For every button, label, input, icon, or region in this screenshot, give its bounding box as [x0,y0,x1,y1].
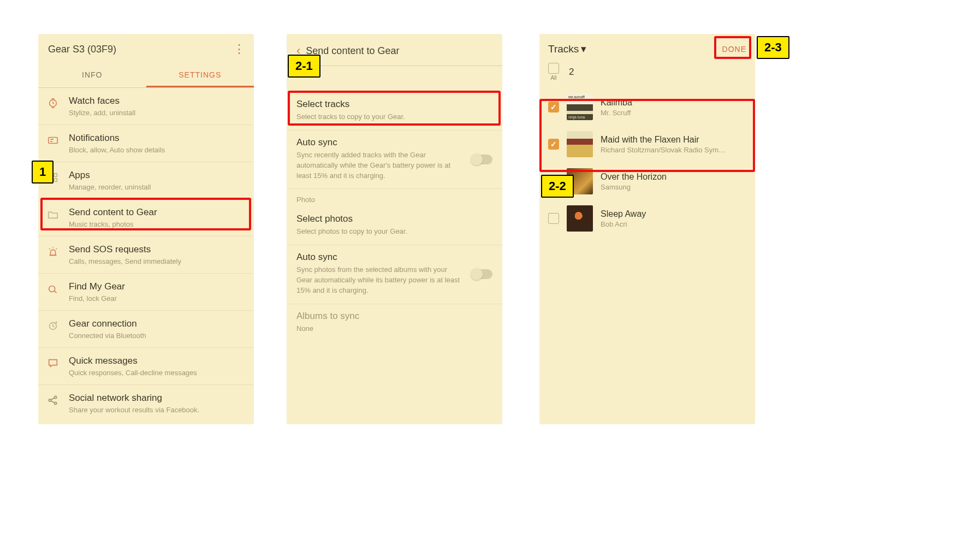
svg-rect-1 [49,138,58,144]
row-albums-to-sync[interactable]: Albums to sync None [287,304,502,342]
row-subtitle: Music tracks, photos [69,220,246,228]
row-title: Send SOS requests [69,244,246,255]
row-subtitle: Select photos to copy to your Gear. [296,227,460,237]
row-title: Apps [69,170,246,181]
track-artist: Mr. Scruff [601,109,632,117]
done-button[interactable]: DONE [722,45,746,54]
share-icon [47,394,59,406]
row-subtitle: None [296,324,460,334]
checkbox-track[interactable] [548,102,559,112]
track-row[interactable]: Sleep Away Bob Acri [539,200,755,237]
row-subtitle: Manage, reorder, uninstall [69,183,246,191]
toggle-auto-sync-tracks[interactable] [472,155,492,164]
chevron-down-icon: ▾ [581,43,586,55]
art-text: ninja tuna [567,114,593,120]
row-subtitle: Sync photos from the selected albums wit… [296,265,460,296]
row-quick-messages[interactable]: Quick messages Quick responses, Call-dec… [38,348,254,385]
row-subtitle: Connected via Bluetooth [69,331,246,340]
all-label: All [550,75,556,81]
row-title: Auto sync [296,252,492,263]
row-subtitle: Block, allow, Auto show details [69,146,246,154]
tab-settings[interactable]: SETTINGS [146,63,254,87]
row-subtitle: Share your workout results via Facebook. [69,406,246,414]
callout-2-1: 2-1 [288,55,320,78]
checkbox-track[interactable] [548,213,559,224]
track-title: Sleep Away [601,209,646,219]
row-title: Social network sharing [69,393,246,404]
row-title: Find My Gear [69,281,246,292]
row-title: Select tracks [296,99,492,110]
row-title: Watch faces [69,96,246,106]
row-title: Notifications [69,133,246,144]
device-name: Gear S3 (03F9) [48,44,116,55]
row-title: Auto sync [296,137,492,148]
row-select-photos[interactable]: Select photos Select photos to copy to y… [287,207,502,245]
row-subtitle: Sync recently added tracks with the Gear… [296,150,460,181]
connection-icon [47,320,59,332]
svg-rect-3 [54,174,57,177]
row-subtitle: Select tracks to copy to your Gear. [296,112,460,122]
row-apps[interactable]: Apps Manage, reorder, uninstall [38,162,254,199]
callout-1: 1 [32,161,54,183]
dropdown-label: Tracks [548,43,579,55]
row-title: Albums to sync [296,311,492,322]
screen-gear-settings: Gear S3 (03F9) ⋮ INFO SETTINGS Watch fac… [38,34,254,424]
tracks-header: Tracks ▾ DONE [539,34,755,61]
row-subtitle: Stylize, add, uninstall [69,109,246,117]
toggle-auto-sync-photos[interactable] [472,269,492,279]
track-artist: Richard Stoltzman/Slovak Radio Symp… [601,146,726,154]
row-connection[interactable]: Gear connection Connected via Bluetooth [38,311,254,348]
svg-point-8 [49,399,51,401]
tab-info[interactable]: INFO [38,63,146,87]
row-subtitle: Quick responses, Call-decline messages [69,369,246,377]
folder-icon [47,209,59,221]
tracks-dropdown[interactable]: Tracks ▾ [548,43,586,55]
screen-send-content: ‹ Send content to Gear Select tracks Sel… [287,34,502,424]
art-text: mr.scruff [567,94,593,100]
message-icon [47,357,59,369]
find-watch-icon [47,283,59,295]
overflow-menu-icon[interactable]: ⋮ [233,47,244,52]
callout-2-2: 2-2 [541,175,574,198]
screen-select-tracks: Tracks ▾ DONE All 2 mr.scruff ninja tuna… [539,34,755,424]
row-auto-sync-tracks[interactable]: Auto sync Sync recently added tracks wit… [287,131,502,189]
checkbox-all[interactable] [548,63,559,74]
siren-icon [47,246,59,258]
row-title: Quick messages [69,356,246,366]
svg-point-6 [49,286,55,292]
track-artist: Bob Acri [601,220,646,228]
row-title: Gear connection [69,318,246,329]
row-subtitle: Find, lock Gear [69,294,246,303]
track-title: Over the Horizon [601,172,667,182]
album-art [567,205,593,232]
row-social-sharing[interactable]: Social network sharing Share your workou… [38,385,254,422]
row-watch-faces[interactable]: Watch faces Stylize, add, uninstall [38,88,254,125]
checkbox-track[interactable] [548,139,559,150]
row-title: Select photos [296,214,492,224]
watch-icon [47,97,59,109]
track-title: Kalimba [601,98,632,108]
row-notifications[interactable]: Notifications Block, allow, Auto show de… [38,125,254,162]
track-title: Maid with the Flaxen Hair [601,135,726,145]
svg-rect-5 [54,179,57,182]
track-artist: Samsung [601,183,667,191]
row-auto-sync-photos[interactable]: Auto sync Sync photos from the selected … [287,245,502,304]
track-row[interactable]: mr.scruff ninja tuna Kalimba Mr. Scruff [539,88,755,126]
callout-2-3: 2-3 [757,36,789,59]
track-row[interactable]: Maid with the Flaxen Hair Richard Stoltz… [539,126,755,163]
row-send-content[interactable]: Send content to Gear Music tracks, photo… [38,199,254,236]
section-photo: Photo [287,189,502,207]
selected-count: 2 [569,67,574,78]
notification-icon [47,134,59,146]
row-sos[interactable]: Send SOS requests Calls, messages, Send … [38,236,254,274]
row-find-gear[interactable]: Find My Gear Find, lock Gear [38,274,254,311]
svg-point-10 [54,402,56,404]
select-all[interactable]: All [548,63,559,81]
row-subtitle: Calls, messages, Send immediately [69,257,246,265]
tab-bar: INFO SETTINGS [38,63,254,87]
app-header: Gear S3 (03F9) ⋮ [38,34,254,63]
album-art [567,131,593,157]
row-select-tracks[interactable]: Select tracks Select tracks to copy to y… [287,92,502,131]
album-art: mr.scruff ninja tuna [567,94,593,120]
row-title: Send content to Gear [69,207,246,218]
